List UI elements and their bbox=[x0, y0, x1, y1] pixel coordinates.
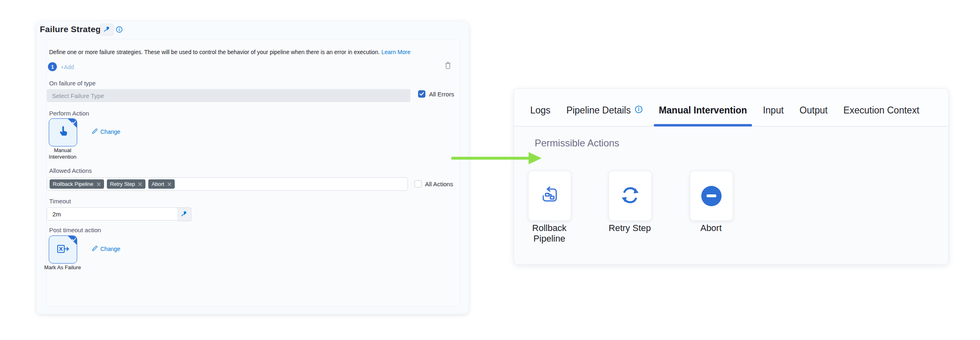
page: Failure Strategy Define one or more fail… bbox=[0, 0, 980, 340]
tab-label: Input bbox=[763, 105, 784, 116]
pointer-arrow bbox=[449, 150, 543, 168]
info-icon[interactable] bbox=[635, 105, 643, 116]
tab-label: Output bbox=[800, 105, 828, 116]
action-card-abort[interactable] bbox=[690, 171, 733, 221]
info-icon[interactable] bbox=[116, 26, 123, 33]
pencil-icon bbox=[92, 245, 98, 253]
tag-label: Retry Step bbox=[110, 181, 135, 187]
tab-manual-intervention[interactable]: Manual Intervention bbox=[659, 89, 747, 126]
selected-check-icon bbox=[72, 236, 76, 241]
tag-label: Abort bbox=[152, 181, 164, 187]
action-label-abort: Abort bbox=[683, 223, 739, 233]
tab-label: Manual Intervention bbox=[659, 105, 747, 116]
on-failure-label: On failure of type bbox=[49, 80, 95, 87]
timeout-input[interactable] bbox=[47, 207, 178, 220]
strategy-form-card bbox=[46, 39, 460, 307]
action-card-retry-step[interactable] bbox=[609, 171, 652, 221]
tab-logs[interactable]: Logs bbox=[530, 89, 551, 126]
change-label: Change bbox=[100, 129, 120, 135]
action-label-rollback-pipeline: Rollback Pipeline bbox=[521, 223, 578, 244]
tab-label: Logs bbox=[530, 105, 551, 116]
description-text: Define one or more failure strategies. T… bbox=[49, 49, 380, 55]
tab-output[interactable]: Output bbox=[800, 89, 828, 126]
tag-remove-icon[interactable] bbox=[138, 182, 142, 186]
allowed-actions-input[interactable]: Rollback Pipeline Retry Step Abort bbox=[47, 177, 408, 191]
timeout-label: Timeout bbox=[49, 198, 71, 205]
rollback-pipeline-icon bbox=[540, 185, 559, 207]
trash-icon bbox=[444, 61, 452, 72]
failure-type-select[interactable] bbox=[47, 89, 410, 102]
tag-remove-icon[interactable] bbox=[167, 182, 171, 186]
tab-pipeline-details[interactable]: Pipeline Details bbox=[566, 89, 643, 126]
perform-action-name: Manual Intervention bbox=[43, 147, 82, 160]
change-perform-action-button[interactable]: Change bbox=[92, 128, 120, 135]
tag-label: Rollback Pipeline bbox=[53, 181, 93, 187]
minus-bar bbox=[707, 194, 716, 197]
post-timeout-label: Post timeout action bbox=[49, 227, 101, 233]
all-errors-label: All Errors bbox=[429, 91, 454, 98]
timeout-pin-button[interactable] bbox=[177, 207, 191, 221]
permissible-actions-heading: Permissible Actions bbox=[535, 137, 619, 149]
pin-runtime-input-button[interactable] bbox=[100, 24, 114, 36]
all-actions-label: All Actions bbox=[425, 181, 453, 187]
tab-bar: Logs Pipeline Details Manual Interventio… bbox=[514, 89, 948, 126]
tag-retry-step: Retry Step bbox=[107, 179, 145, 189]
action-card-rollback-pipeline[interactable] bbox=[528, 171, 571, 221]
allowed-actions-label: Allowed Actions bbox=[49, 167, 92, 174]
strategy-description: Define one or more failure strategies. T… bbox=[49, 49, 410, 55]
tag-remove-icon[interactable] bbox=[97, 182, 101, 186]
pencil-icon bbox=[92, 128, 98, 135]
pin-icon bbox=[104, 26, 110, 34]
selected-check-icon bbox=[72, 119, 76, 124]
learn-more-link[interactable]: Learn More bbox=[382, 49, 411, 55]
abort-icon bbox=[701, 186, 722, 206]
post-timeout-action-card[interactable] bbox=[49, 235, 77, 264]
tab-execution-context[interactable]: Execution Context bbox=[843, 89, 919, 126]
all-actions-checkbox[interactable] bbox=[414, 180, 422, 187]
tab-label: Pipeline Details bbox=[566, 105, 631, 116]
check-icon bbox=[419, 90, 424, 98]
post-timeout-action-name: Mark As Failure bbox=[43, 264, 82, 271]
pin-icon bbox=[181, 210, 187, 218]
tab-label: Execution Context bbox=[843, 105, 919, 116]
delete-strategy-button[interactable] bbox=[444, 61, 452, 71]
strategy-number-chip[interactable]: 1 bbox=[48, 62, 57, 71]
add-strategy-button[interactable]: +Add bbox=[61, 64, 74, 70]
tag-rollback-pipeline: Rollback Pipeline bbox=[50, 179, 104, 189]
tag-abort: Abort bbox=[148, 179, 175, 189]
change-post-timeout-button[interactable]: Change bbox=[92, 245, 120, 253]
perform-action-card[interactable] bbox=[49, 118, 77, 146]
change-label: Change bbox=[100, 246, 120, 252]
action-label-retry-step: Retry Step bbox=[601, 223, 658, 233]
all-errors-checkbox[interactable] bbox=[418, 90, 425, 98]
perform-action-label: Perform Action bbox=[49, 110, 89, 117]
retry-icon bbox=[620, 185, 641, 207]
tab-input[interactable]: Input bbox=[763, 89, 784, 126]
panel-title: Failure Strategy bbox=[40, 24, 106, 34]
